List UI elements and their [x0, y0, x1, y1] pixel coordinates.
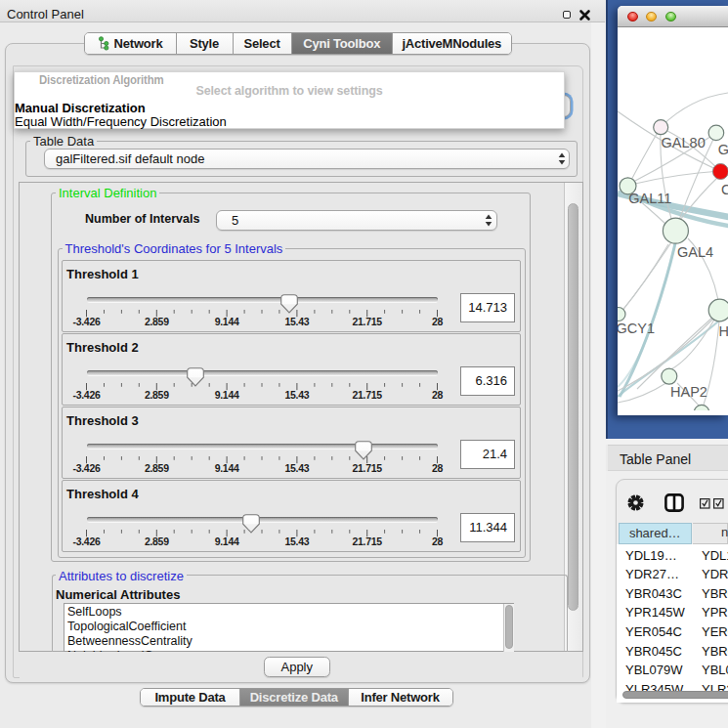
svg-text:H: H	[718, 323, 728, 339]
svg-text:GCY1: GCY1	[618, 321, 655, 336]
svg-text:GA: GA	[717, 142, 728, 157]
svg-text:GAL80: GAL80	[661, 135, 705, 150]
svg-text:GAL4: GAL4	[677, 244, 713, 260]
svg-text:C: C	[721, 182, 728, 197]
svg-text:HAP2: HAP2	[670, 384, 707, 400]
svg-text:GAL11: GAL11	[628, 191, 671, 206]
